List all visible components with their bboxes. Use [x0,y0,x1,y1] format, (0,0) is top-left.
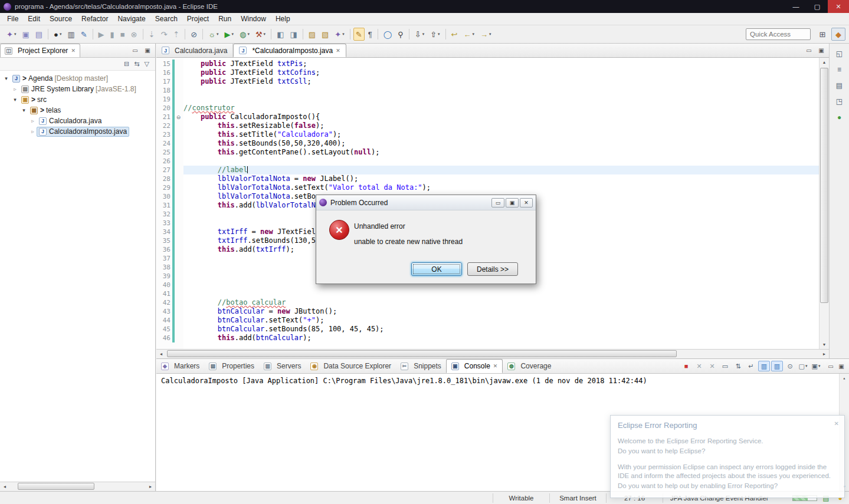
open-perspective-button[interactable]: ⊞ [815,28,830,41]
expand-arrow-icon[interactable]: ▹ [29,118,37,124]
word-wrap-button[interactable]: ↵ [745,361,757,371]
tab-properties[interactable]: ▤Properties [204,359,259,373]
new-wizard-button[interactable]: ✦▾ [4,28,18,41]
magic-wand-wizard-button[interactable]: ✦▾ [332,28,346,41]
tree-item-src[interactable]: ▾▣>src [0,94,155,105]
details-button[interactable]: Details >> [467,262,518,276]
editor-tab--calculadoraimposto-java[interactable]: J*CalculadoraImposto.java✕ [233,44,346,57]
menu-navigate[interactable]: Navigate [113,14,150,24]
back-button[interactable]: ←▾ [461,28,477,41]
remove-all-launches-button[interactable]: ✕ [706,361,718,371]
explorer-horizontal-scrollbar[interactable]: ◂ ▸ [0,482,155,491]
minimize-editor-icon[interactable]: ▭ [804,46,814,55]
menu-project[interactable]: Project [182,14,214,24]
dialog-minimize-button[interactable]: ▭ [491,198,504,207]
quick-access-input[interactable] [746,28,811,40]
menu-edit[interactable]: Edit [23,14,45,24]
open-resource-button[interactable]: ▧ [319,28,331,41]
tab-markers[interactable]: ◈Markers [156,359,204,373]
tree-item-calculadora-java[interactable]: ▹JCalculadora.java [0,116,155,126]
collapse-arrow-icon[interactable]: ▾ [11,97,19,103]
tab-snippets[interactable]: ✂Snippets [396,359,446,373]
maximize-view-icon[interactable]: ▣ [142,46,153,55]
tree-item-calculadoraimposto-java[interactable]: ▹JCalculadoraImposto.java [0,126,155,137]
scroll-down-icon[interactable]: ▾ [820,340,829,349]
minimized-task-list-view-icon[interactable]: ▤ [834,80,845,91]
view-menu-icon[interactable]: ▽ [145,60,149,68]
maximize-console-icon[interactable]: ▣ [836,361,847,371]
restore-views-icon[interactable]: ◱ [834,48,845,59]
tab-servers[interactable]: ▥Servers [259,359,306,373]
new-servlet-wizard-button[interactable]: ◧ [274,28,286,41]
scroll-track[interactable] [820,67,829,340]
scroll-lock-button[interactable]: ⇅ [732,361,744,371]
minimized-outline-view-icon[interactable]: ≡ [834,64,845,75]
restore-welcome-view-icon[interactable]: ◳ [834,96,845,107]
save-button[interactable]: ▣ [19,28,31,41]
scroll-up-icon[interactable]: ▴ [840,374,849,383]
minimize-view-icon[interactable]: ▭ [130,46,140,55]
collapse-all-icon[interactable]: ⊟ [124,60,129,68]
debug-button[interactable]: ☼▾ [206,28,221,41]
scroll-right-icon[interactable]: ▸ [146,482,155,491]
terminate-launch-button[interactable]: ■ [680,361,692,371]
dialog-maximize-button[interactable]: ▣ [506,198,519,207]
menu-file[interactable]: File [2,14,23,24]
editor-horizontal-scrollbar[interactable]: ◂ ▸ [156,349,829,358]
show-console-on-stderr-button[interactable]: ▥ [771,361,783,371]
menu-search[interactable]: Search [150,14,182,24]
close-icon[interactable]: ✕ [71,48,76,54]
menu-source[interactable]: Source [45,14,77,24]
expand-arrow-icon[interactable]: ▹ [29,129,37,134]
menu-run[interactable]: Run [214,14,236,24]
welcome-view-icon[interactable]: ● [834,112,845,123]
new-folder-wizard-button[interactable]: ▨ [306,28,318,41]
show-console-on-stdout-button[interactable]: ▥ [758,361,770,371]
show-whitespace-button[interactable]: ¶ [366,28,375,41]
tab-console[interactable]: ▣Console✕ [446,359,503,373]
toast-close-icon[interactable]: ✕ [834,420,839,427]
collapse-arrow-icon[interactable]: ▾ [20,107,28,113]
window-maximize-button[interactable]: ▢ [807,0,828,13]
window-close-button[interactable]: ✕ [828,0,849,13]
pin-console-button[interactable]: ⊙ [784,361,796,371]
maximize-editor-icon[interactable]: ▣ [816,46,827,55]
java-ee-perspective-button[interactable]: ◆ [831,28,845,41]
scroll-thumb[interactable] [167,350,677,357]
scroll-left-icon[interactable]: ◂ [156,350,166,358]
scroll-track[interactable] [9,482,146,491]
close-icon[interactable]: ✕ [493,363,498,369]
editor-tab-calculadora-java[interactable]: JCalculadora.java [156,44,233,57]
scroll-left-icon[interactable]: ◂ [0,482,9,491]
dialog-titlebar[interactable]: Problem Occurred ▭ ▣ ✕ [316,195,536,210]
scroll-right-icon[interactable]: ▸ [820,350,829,358]
tab-data-source-explorer[interactable]: ◉Data Source Explorer [306,359,396,373]
sketch-pen-button[interactable]: ✎ [78,28,90,41]
coverage-button[interactable]: ◍▾ [237,28,252,41]
expand-arrow-icon[interactable]: ▹ [11,86,19,92]
open-web-browser-button[interactable]: ◯ [381,28,395,41]
collapse-arrow-icon[interactable]: ▾ [2,75,10,81]
menu-window[interactable]: Window [236,14,271,24]
search-button[interactable]: ⚲ [395,28,406,41]
link-with-editor-icon[interactable]: ⇆ [134,60,139,68]
ok-button[interactable]: OK [411,262,462,276]
tree-item-agenda[interactable]: ▾J>Agenda [Desktop master] [0,73,155,84]
tree-item-telas[interactable]: ▾▦>telas [0,105,155,116]
forward-button[interactable]: →▾ [478,28,494,41]
previous-annotation-button[interactable]: ⇧▾ [428,28,442,41]
scroll-up-icon[interactable]: ▴ [820,58,829,67]
dialog-close-button[interactable]: ✕ [520,198,533,207]
remove-launch-button[interactable]: ✕ [693,361,705,371]
menu-refactor[interactable]: Refactor [77,14,113,24]
last-edit-location-button[interactable]: ↩ [449,28,460,41]
tab-coverage[interactable]: ◍Coverage [503,359,556,373]
open-console-button[interactable]: ▣▾ [810,361,822,371]
display-selected-console-button[interactable]: ▢▾ [797,361,809,371]
scroll-thumb[interactable] [18,483,94,490]
editor-vertical-scrollbar[interactable]: ▴ ▾ [819,58,829,349]
scroll-thumb[interactable] [820,68,828,303]
external-tools-button[interactable]: ⚒▾ [253,28,268,41]
tab-project-explorer[interactable]: ◫ Project Explorer ✕ [0,44,80,57]
print-button[interactable]: ▥ [65,28,77,41]
